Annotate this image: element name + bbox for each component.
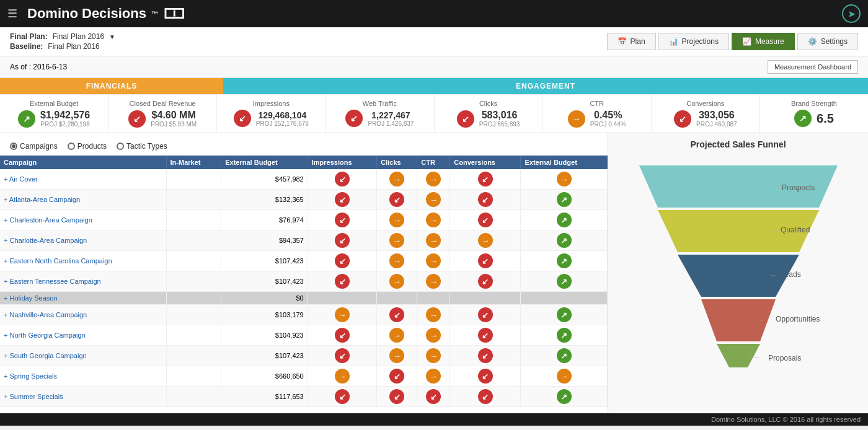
- budget-cell: $132,365: [221, 190, 308, 210]
- trend-icon: ↙: [335, 348, 350, 363]
- impressions-cell: [308, 292, 377, 305]
- products-radio[interactable]: [68, 143, 75, 150]
- trend-icon: →: [389, 172, 404, 186]
- campaign-link[interactable]: + Eastern North Carolina Campaign: [4, 257, 112, 265]
- ctr-icon: →: [568, 110, 585, 128]
- campaign-link[interactable]: + Nashville-Area Campaign: [4, 311, 87, 318]
- campaign-link[interactable]: + Atlanta-Area Campaign: [4, 196, 80, 203]
- logo-icon: 🀱: [163, 4, 185, 24]
- ctr-cell: →: [417, 169, 450, 190]
- campaign-name-cell: + Eastern North Carolina Campaign: [0, 251, 166, 271]
- measurement-dashboard-button[interactable]: Measurement Dashboard: [768, 60, 858, 74]
- ext-budget-cell: ↗: [521, 325, 608, 346]
- clicks-cell: ↙: [377, 387, 417, 407]
- table-row: + Summer Specials $117,653 ↙ ↙ ↙ ↙ ↗: [0, 387, 608, 407]
- metrics-section: FINANCIALS ENGAGEMENT External Budget ↗ …: [0, 78, 868, 133]
- conversions-cell: [450, 292, 521, 305]
- main-content: Campaigns Products Tactic Types Campaign…: [0, 133, 868, 413]
- trend-icon: →: [389, 233, 404, 248]
- campaign-link[interactable]: + Spring Specials: [4, 372, 57, 380]
- trend-icon: →: [478, 233, 493, 248]
- tab-tactic-types[interactable]: Tactic Types: [117, 142, 167, 151]
- plan-dropdown-arrow[interactable]: ▼: [109, 33, 115, 40]
- funnel-container: Prospects Qualified Leads Opportunities …: [614, 159, 862, 370]
- closed-deal-icon: ↙: [128, 110, 146, 128]
- trend-icon: ↗: [557, 274, 572, 289]
- plan-info: Final Plan: Final Plan 2016 ▼ Baseline: …: [10, 32, 115, 51]
- hamburger-icon[interactable]: ☰: [7, 7, 17, 20]
- tab-measure[interactable]: 📈 Measure: [732, 33, 795, 50]
- tab-products[interactable]: Products: [68, 142, 107, 151]
- ctr-cell: →: [417, 190, 450, 210]
- app-tm: ™: [151, 10, 158, 17]
- user-icon[interactable]: ➤: [842, 4, 861, 23]
- campaign-link[interactable]: + Charleston-Area Campaign: [4, 216, 92, 224]
- campaign-link[interactable]: + Summer Specials: [4, 393, 63, 400]
- funnel-chart: Prospects Qualified Leads Opportunities …: [627, 159, 850, 370]
- campaign-name-cell: + Atlanta-Area Campaign: [0, 190, 166, 210]
- trend-icon: →: [426, 172, 441, 186]
- web-traffic-value: 1,227,467: [368, 110, 414, 120]
- in-market-cell: [166, 292, 221, 305]
- campaign-name-cell: + Eastern Tennessee Campaign: [0, 271, 166, 292]
- tab-plan[interactable]: 📅 Plan: [607, 33, 656, 50]
- in-market-cell: [166, 271, 221, 292]
- footer: Domino Solutions, LLC © 2016 all rights …: [0, 413, 868, 426]
- trend-icon: ↗: [557, 348, 572, 363]
- tactic-types-radio[interactable]: [117, 143, 124, 150]
- clicks-value: 583,016: [479, 110, 520, 121]
- measure-tab-label: Measure: [755, 37, 784, 46]
- col-conversions: Conversions: [450, 156, 521, 169]
- campaign-link[interactable]: + Air Cover: [4, 175, 38, 183]
- trend-icon: ↙: [478, 389, 493, 404]
- conversions-cell: ↙: [450, 190, 521, 210]
- conversions-cell: ↙: [450, 346, 521, 366]
- campaign-link[interactable]: + North Georgia Campaign: [4, 331, 86, 339]
- trend-icon: ↗: [557, 307, 572, 322]
- budget-cell: $117,653: [221, 387, 308, 407]
- external-budget-value: $1,942,576: [40, 110, 90, 121]
- conversions-icon: ↙: [674, 110, 691, 128]
- col-impressions: Impressions: [308, 156, 377, 169]
- table-row: + South Georgia Campaign $107,423 ↙ → → …: [0, 346, 608, 366]
- campaign-name-cell: + Air Cover: [0, 169, 166, 190]
- clicks-icon: ↙: [457, 110, 474, 128]
- settings-tab-label: Settings: [821, 37, 848, 46]
- trend-icon: ↙: [478, 172, 493, 186]
- trend-icon: →: [389, 328, 404, 343]
- ctr-cell: →: [417, 305, 450, 325]
- table-row: + Charleston-Area Campaign $76,974 ↙ → →…: [0, 210, 608, 230]
- campaign-link[interactable]: + Holiday Season: [4, 294, 58, 302]
- table-row: + Air Cover $457,982 ↙ → → ↙ →: [0, 169, 608, 190]
- conversions-cell: ↙: [450, 169, 521, 190]
- ext-budget-cell: [521, 292, 608, 305]
- campaign-link[interactable]: + Eastern Tennessee Campaign: [4, 278, 101, 285]
- impressions-value: 129,468,104: [256, 110, 309, 120]
- ext-budget-cell: ↗: [521, 210, 608, 230]
- in-market-cell: [166, 251, 221, 271]
- trend-icon: →: [426, 307, 441, 322]
- campaign-link[interactable]: + Charlotte-Area Campaign: [4, 237, 87, 244]
- table-row: + Eastern North Carolina Campaign $107,4…: [0, 251, 608, 271]
- in-market-cell: [166, 169, 221, 190]
- ctr-cell: →: [417, 230, 450, 251]
- brand-strength-icon: ↗: [794, 110, 812, 127]
- trend-icon: →: [389, 274, 404, 289]
- tab-projections[interactable]: 📊 Projections: [658, 33, 729, 50]
- budget-cell: $107,423: [221, 271, 308, 292]
- products-label: Products: [78, 142, 107, 151]
- ext-budget-cell: ↗: [521, 346, 608, 366]
- tactic-types-label: Tactic Types: [126, 142, 167, 151]
- ext-budget-cell: →: [521, 169, 608, 190]
- budget-cell: $0: [221, 292, 308, 305]
- opportunities-label: Opportunities: [776, 315, 820, 323]
- settings-tab-icon: ⚙️: [808, 37, 817, 46]
- tab-campaigns[interactable]: Campaigns: [10, 142, 58, 151]
- impressions-icon: ↙: [234, 110, 251, 127]
- clicks-cell: →: [377, 169, 417, 190]
- col-ext-budget: External Budget: [221, 156, 308, 169]
- campaign-link[interactable]: + South Georgia Campaign: [4, 352, 87, 359]
- tab-settings[interactable]: ⚙️ Settings: [797, 33, 858, 50]
- metric-impressions: Impressions ↙ 129,468,104 PROJ 152,176,6…: [217, 95, 326, 133]
- campaigns-radio[interactable]: [10, 143, 17, 150]
